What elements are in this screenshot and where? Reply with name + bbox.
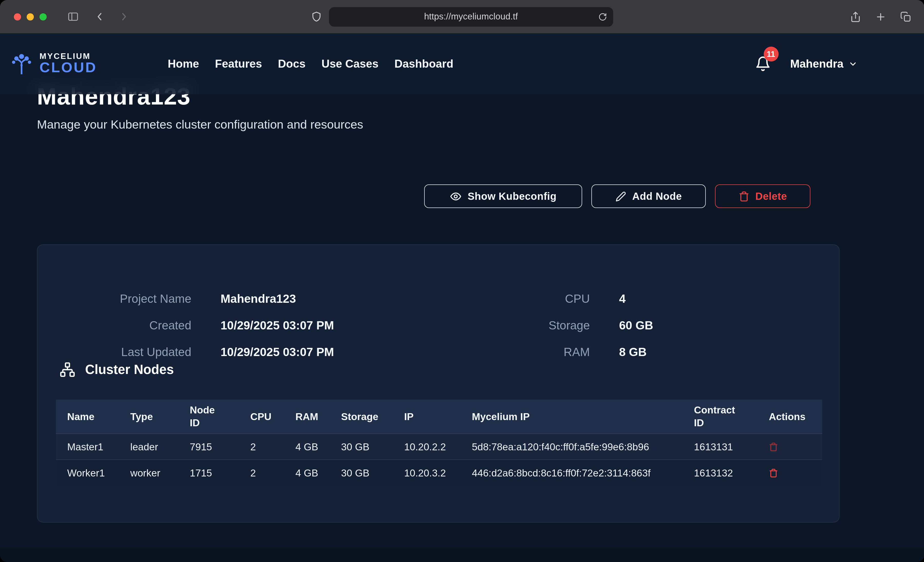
user-name: Mahendra — [790, 57, 843, 70]
minimize-window-button[interactable] — [27, 13, 34, 20]
navbar-right-group: 11 Mahendra — [755, 56, 857, 72]
sidebar-toggle-icon[interactable] — [67, 11, 79, 22]
trash-icon — [769, 468, 778, 478]
col-header-node-id: Node ID — [183, 400, 243, 433]
cell-ip: 10.20.3.2 — [397, 460, 465, 486]
ram-label: RAM — [438, 344, 590, 360]
nav-link-use-cases[interactable]: Use Cases — [321, 57, 378, 70]
page-content: Mahendra123 Manage your Kubernetes clust… — [0, 33, 924, 562]
forward-icon[interactable] — [118, 11, 129, 22]
cell-name: Worker1 — [56, 460, 123, 486]
project-name-label: Project Name — [38, 291, 191, 306]
ram-value: 8 GB — [619, 344, 646, 360]
detail-row: Created 10/29/2025 03:07 PM — [38, 318, 334, 333]
col-header-name: Name — [56, 400, 123, 433]
delete-label: Delete — [755, 190, 787, 202]
cell-node-id: 7915 — [183, 433, 243, 460]
tab-overview-icon[interactable] — [900, 11, 911, 22]
add-node-button[interactable]: Add Node — [591, 184, 706, 208]
cell-ram: 4 GB — [288, 433, 334, 460]
cell-type: leader — [123, 433, 183, 460]
brand-logo-icon — [9, 51, 34, 76]
cpu-label: CPU — [438, 291, 590, 306]
footer — [0, 548, 924, 562]
page-subtitle: Manage your Kubernetes cluster configura… — [37, 118, 363, 132]
col-header-ip: IP — [397, 400, 465, 433]
browser-toolbar: https://myceliumcloud.tf — [0, 0, 924, 33]
show-kubeconfig-label: Show Kubeconfig — [468, 190, 557, 202]
new-tab-icon[interactable] — [875, 11, 886, 22]
cell-storage: 30 GB — [334, 460, 397, 486]
created-value: 10/29/2025 03:07 PM — [220, 318, 334, 333]
back-icon[interactable] — [94, 11, 105, 22]
eye-icon — [450, 190, 462, 202]
col-header-cpu: CPU — [243, 400, 288, 433]
delete-node-button[interactable] — [769, 468, 778, 478]
last-updated-value: 10/29/2025 03:07 PM — [220, 344, 334, 360]
table-row: Worker1 worker 1715 2 4 GB 30 GB 10.20.3… — [56, 460, 822, 486]
cell-mycelium-ip: 446:d2a6:8bcd:8c16:ff0f:72e2:3114:863f — [465, 460, 687, 486]
nav-link-dashboard[interactable]: Dashboard — [394, 57, 453, 70]
browser-window: https://myceliumcloud.tf — [0, 0, 924, 562]
detail-row: Last Updated 10/29/2025 03:07 PM — [38, 344, 334, 360]
pencil-icon — [615, 191, 626, 202]
cluster-nodes-header: Cluster Nodes — [60, 362, 174, 378]
address-bar[interactable]: https://myceliumcloud.tf — [329, 7, 613, 26]
cell-contract-id: 1613131 — [687, 433, 762, 460]
brand-text: MYCELIUM CLOUD — [39, 52, 97, 76]
table-header-row: Name Type Node ID CPU RAM Storage IP Myc… — [56, 400, 822, 433]
col-header-storage: Storage — [334, 400, 397, 433]
notification-count-badge: 11 — [764, 46, 778, 61]
col-header-type: Type — [123, 400, 183, 433]
delete-cluster-button[interactable]: Delete — [715, 184, 810, 208]
url-text: https://myceliumcloud.tf — [424, 11, 518, 22]
cluster-details-card: Project Name Mahendra123 Created 10/29/2… — [37, 244, 840, 523]
cell-node-id: 1715 — [183, 460, 243, 486]
chevron-down-icon — [848, 59, 857, 69]
cell-ip: 10.20.2.2 — [397, 433, 465, 460]
cell-cpu: 2 — [243, 460, 288, 486]
details-right-column: CPU 4 Storage 60 GB RAM 8 GB — [438, 291, 653, 371]
cell-contract-id: 1613132 — [687, 460, 762, 486]
cell-name: Master1 — [56, 433, 123, 460]
brand[interactable]: MYCELIUM CLOUD — [9, 51, 97, 76]
details-left-column: Project Name Mahendra123 Created 10/29/2… — [38, 291, 334, 371]
cell-ram: 4 GB — [288, 460, 334, 486]
created-label: Created — [38, 318, 191, 333]
nav-link-home[interactable]: Home — [168, 57, 199, 70]
detail-row: Project Name Mahendra123 — [38, 291, 334, 306]
zoom-window-button[interactable] — [39, 13, 46, 20]
detail-row: Storage 60 GB — [438, 318, 653, 333]
storage-label: Storage — [438, 318, 590, 333]
cpu-value: 4 — [619, 291, 626, 306]
nav-links: Home Features Docs Use Cases Dashboard — [168, 57, 453, 70]
window-controls — [14, 13, 46, 20]
user-menu[interactable]: Mahendra — [790, 57, 857, 70]
cell-actions — [762, 460, 822, 486]
screen: https://myceliumcloud.tf — [0, 0, 924, 562]
privacy-shield-icon[interactable] — [311, 11, 322, 22]
col-header-mycelium-ip: Mycelium IP — [465, 400, 687, 433]
close-window-button[interactable] — [14, 13, 21, 20]
detail-row: RAM 8 GB — [438, 344, 653, 360]
share-icon[interactable] — [850, 11, 861, 22]
trash-icon — [769, 442, 778, 451]
notifications-bell-icon[interactable]: 11 — [755, 56, 771, 72]
nav-link-features[interactable]: Features — [215, 57, 262, 70]
site-navbar: MYCELIUM CLOUD Home Features Docs Use Ca… — [0, 33, 924, 94]
cluster-actions: Show Kubeconfig Add Node Delete — [424, 184, 810, 208]
cell-mycelium-ip: 5d8:78ea:a120:f40c:ff0f:a5fe:99e6:8b96 — [465, 433, 687, 460]
cluster-nodes-title: Cluster Nodes — [85, 362, 174, 377]
cell-cpu: 2 — [243, 433, 288, 460]
brand-line2: CLOUD — [39, 60, 97, 76]
network-icon — [60, 362, 75, 378]
delete-node-button[interactable] — [769, 442, 778, 451]
trash-icon — [738, 191, 749, 202]
add-node-label: Add Node — [632, 190, 682, 202]
show-kubeconfig-button[interactable]: Show Kubeconfig — [424, 184, 582, 208]
col-header-contract-id: Contract ID — [687, 400, 762, 433]
project-name-value: Mahendra123 — [220, 291, 296, 306]
col-header-actions: Actions — [762, 400, 822, 433]
reload-icon[interactable] — [598, 12, 607, 21]
nav-link-docs[interactable]: Docs — [278, 57, 306, 70]
